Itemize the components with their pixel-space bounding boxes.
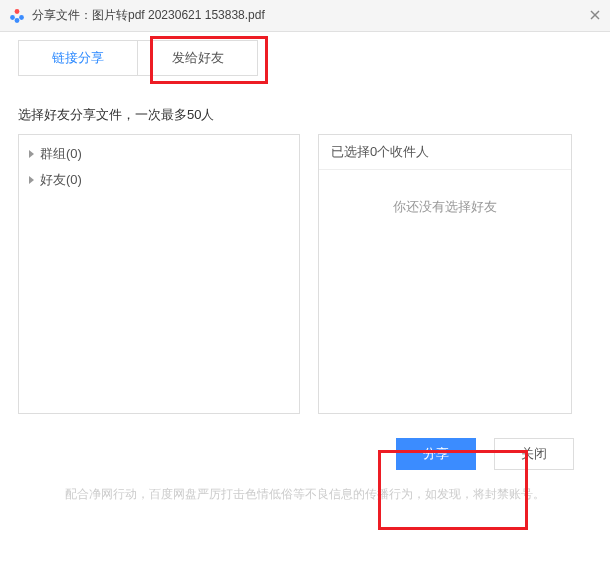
selected-suffix: 个收件人 bbox=[377, 144, 429, 159]
share-button[interactable]: 分享 bbox=[396, 438, 476, 470]
disclaimer-text: 配合净网行动，百度网盘严厉打击色情低俗等不良信息的传播行为，如发现，将封禁账号。 bbox=[18, 480, 592, 503]
svg-point-0 bbox=[15, 9, 20, 14]
instruction-text: 选择好友分享文件，一次最多50人 bbox=[18, 106, 592, 124]
tab-send-friend[interactable]: 发给好友 bbox=[138, 40, 258, 76]
tree-groups[interactable]: 群组(0) bbox=[29, 141, 289, 167]
close-button[interactable]: 关闭 bbox=[494, 438, 574, 470]
svg-point-1 bbox=[10, 15, 15, 20]
selected-header: 已选择0个收件人 bbox=[319, 135, 571, 170]
svg-point-2 bbox=[19, 15, 24, 20]
chevron-right-icon bbox=[29, 176, 34, 184]
tree-friends-label: 好友(0) bbox=[40, 171, 82, 189]
chevron-right-icon bbox=[29, 150, 34, 158]
tree-friends[interactable]: 好友(0) bbox=[29, 167, 289, 193]
svg-point-3 bbox=[15, 18, 20, 23]
tab-link-share-label: 链接分享 bbox=[52, 49, 104, 67]
close-icon[interactable] bbox=[586, 6, 604, 24]
share-button-label: 分享 bbox=[423, 445, 449, 463]
selected-prefix: 已选择 bbox=[331, 144, 370, 159]
close-button-label: 关闭 bbox=[521, 445, 547, 463]
friends-tree-panel: 群组(0) 好友(0) bbox=[18, 134, 300, 414]
selected-empty-text: 你还没有选择好友 bbox=[319, 170, 571, 413]
app-logo-icon bbox=[8, 7, 26, 25]
title-prefix: 分享文件： bbox=[32, 7, 92, 24]
selected-recipients-panel: 已选择0个收件人 你还没有选择好友 bbox=[318, 134, 572, 414]
tab-send-friend-label: 发给好友 bbox=[172, 49, 224, 67]
tree-groups-label: 群组(0) bbox=[40, 145, 82, 163]
tab-bar: 链接分享 发给好友 bbox=[18, 40, 592, 76]
tab-link-share[interactable]: 链接分享 bbox=[18, 40, 138, 76]
title-filename: 图片转pdf 20230621 153838.pdf bbox=[92, 7, 265, 24]
titlebar: 分享文件： 图片转pdf 20230621 153838.pdf bbox=[0, 0, 610, 32]
